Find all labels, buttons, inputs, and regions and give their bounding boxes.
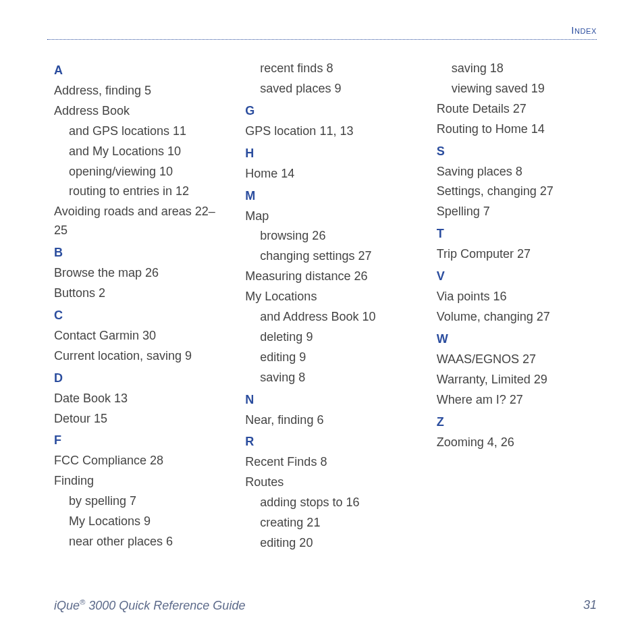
index-subentry[interactable]: editing 20 bbox=[245, 534, 412, 553]
index-entry[interactable]: WAAS/EGNOS 27 bbox=[437, 350, 603, 369]
index-entry[interactable]: Finding bbox=[54, 472, 221, 491]
index-column-2: recent finds 8saved places 9GGPS locatio… bbox=[245, 58, 412, 554]
index-subentry[interactable]: adding stops to 16 bbox=[245, 493, 412, 512]
index-subentry[interactable]: recent finds 8 bbox=[245, 59, 412, 78]
index-subentry[interactable]: browsing 26 bbox=[245, 227, 412, 246]
index-letter: B bbox=[54, 246, 221, 260]
index-entry[interactable]: Routing to Home 14 bbox=[437, 120, 603, 139]
index-letter: A bbox=[54, 63, 221, 78]
index-subentry[interactable]: editing 9 bbox=[245, 348, 412, 367]
index-letter: R bbox=[245, 435, 412, 449]
footer-title: iQue® 3000 Quick Reference Guide bbox=[54, 598, 245, 613]
index-subentry[interactable]: viewing saved 19 bbox=[437, 80, 603, 99]
index-subentry[interactable]: routing to entries in 12 bbox=[54, 182, 221, 201]
index-entry[interactable]: Volume, changing 27 bbox=[437, 308, 603, 327]
index-subentry[interactable]: and GPS locations 11 bbox=[54, 122, 221, 141]
index-entry[interactable]: Address, finding 5 bbox=[54, 82, 221, 101]
header-divider bbox=[47, 39, 597, 40]
index-entry[interactable]: Near, finding 6 bbox=[245, 411, 412, 430]
index-letter: G bbox=[245, 104, 412, 118]
footer-page-number: 31 bbox=[583, 598, 597, 613]
index-entry[interactable]: Home 14 bbox=[245, 165, 412, 184]
index-column-3: saving 18viewing saved 19Route Details 2… bbox=[437, 58, 603, 554]
index-letter: V bbox=[437, 269, 603, 284]
index-subentry[interactable]: saved places 9 bbox=[245, 80, 412, 99]
index-entry[interactable]: FCC Compliance 28 bbox=[54, 452, 221, 471]
index-entry[interactable]: Date Book 13 bbox=[54, 390, 221, 408]
index-letter: N bbox=[245, 393, 412, 407]
index-subentry[interactable]: changing settings 27 bbox=[245, 247, 412, 266]
index-subentry[interactable]: by spelling 7 bbox=[54, 492, 221, 511]
index-subentry[interactable]: saving 18 bbox=[437, 59, 603, 78]
page-footer: iQue® 3000 Quick Reference Guide 31 bbox=[54, 598, 597, 613]
index-entry[interactable]: Avoiding roads and areas 22–25 bbox=[54, 203, 221, 240]
index-subentry[interactable]: and Address Book 10 bbox=[245, 308, 412, 327]
header-index-label: Index bbox=[571, 24, 597, 36]
index-entry[interactable]: Saving places 8 bbox=[437, 163, 603, 182]
index-subentry[interactable]: creating 21 bbox=[245, 514, 412, 533]
index-entry[interactable]: Where am I? 27 bbox=[437, 391, 603, 410]
index-page: Index AAddress, finding 5Address Bookand… bbox=[0, 0, 644, 644]
index-entry[interactable]: Buttons 2 bbox=[54, 284, 221, 303]
index-subentry[interactable]: near other places 6 bbox=[54, 533, 221, 552]
index-subentry[interactable]: saving 8 bbox=[245, 369, 412, 387]
index-subentry[interactable]: opening/viewing 10 bbox=[54, 163, 221, 182]
index-letter: W bbox=[437, 332, 603, 346]
index-entry[interactable]: Trip Computer 27 bbox=[437, 245, 603, 264]
index-letter: D bbox=[54, 371, 221, 385]
index-entry[interactable]: Browse the map 26 bbox=[54, 264, 221, 283]
index-letter: S bbox=[437, 144, 603, 159]
footer-title-rest: 3000 Quick Reference Guide bbox=[85, 599, 245, 612]
index-letter: T bbox=[437, 227, 603, 241]
index-entry[interactable]: Zooming 4, 26 bbox=[437, 433, 603, 452]
index-column-1: AAddress, finding 5Address Bookand GPS l… bbox=[54, 58, 221, 554]
index-entry[interactable]: Contact Garmin 30 bbox=[54, 327, 221, 346]
index-letter: Z bbox=[437, 415, 603, 429]
index-entry[interactable]: Map bbox=[245, 207, 412, 226]
index-entry[interactable]: Recent Finds 8 bbox=[245, 453, 412, 472]
index-entry[interactable]: Route Details 27 bbox=[437, 100, 603, 119]
index-letter: C bbox=[54, 308, 221, 323]
index-subentry[interactable]: My Locations 9 bbox=[54, 512, 221, 531]
index-entry[interactable]: Measuring distance 26 bbox=[245, 267, 412, 286]
index-entry[interactable]: GPS location 11, 13 bbox=[245, 122, 412, 141]
index-entry[interactable]: Spelling 7 bbox=[437, 203, 603, 221]
index-entry[interactable]: Detour 15 bbox=[54, 410, 221, 429]
footer-product: iQue bbox=[54, 599, 80, 612]
index-letter: F bbox=[54, 433, 221, 448]
index-entry[interactable]: Current location, saving 9 bbox=[54, 347, 221, 366]
index-entry[interactable]: Warranty, Limited 29 bbox=[437, 371, 603, 390]
index-entry[interactable]: My Locations bbox=[245, 288, 412, 306]
index-columns: AAddress, finding 5Address Bookand GPS l… bbox=[54, 58, 603, 554]
index-letter: M bbox=[245, 189, 412, 203]
index-entry[interactable]: Via points 16 bbox=[437, 288, 603, 306]
index-subentry[interactable]: deleting 9 bbox=[245, 328, 412, 347]
index-subentry[interactable]: and My Locations 10 bbox=[54, 142, 221, 161]
index-entry[interactable]: Address Book bbox=[54, 102, 221, 121]
index-letter: H bbox=[245, 146, 412, 161]
index-entry[interactable]: Routes bbox=[245, 473, 412, 492]
index-entry[interactable]: Settings, changing 27 bbox=[437, 182, 603, 201]
